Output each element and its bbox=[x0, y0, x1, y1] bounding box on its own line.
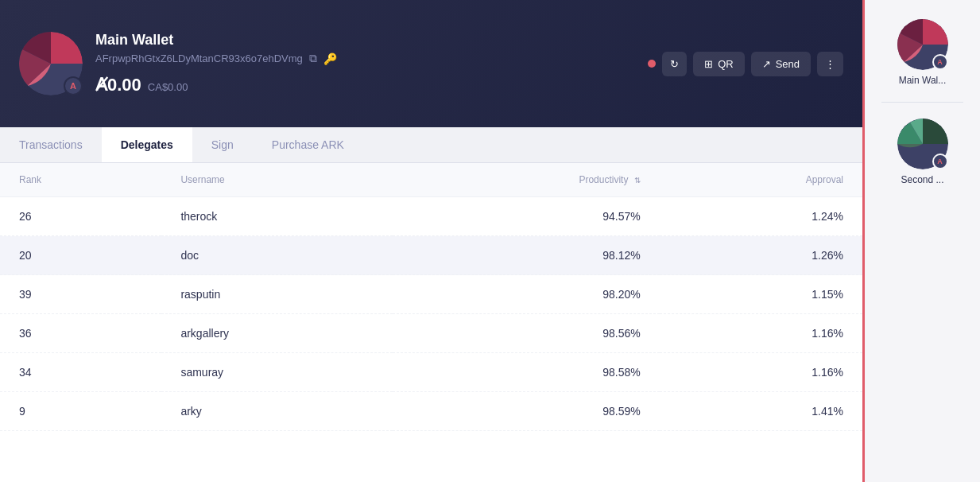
cell-productivity: 98.59% bbox=[393, 392, 659, 431]
cell-username: rasputin bbox=[161, 275, 393, 314]
avatar-badge: A bbox=[64, 76, 83, 95]
col-approval: Approval bbox=[660, 163, 862, 197]
send-icon: ↗ bbox=[762, 58, 771, 70]
send-button[interactable]: ↗ Send bbox=[751, 52, 811, 76]
wallet-avatar: A bbox=[19, 32, 83, 95]
sidebar-badge-main: A bbox=[932, 54, 948, 70]
tab-purchase-ark[interactable]: Purchase ARK bbox=[253, 127, 363, 162]
sidebar-avatar-main: A bbox=[897, 19, 948, 70]
cell-approval: 1.15% bbox=[660, 275, 862, 314]
cell-username: doc bbox=[161, 236, 393, 275]
table-row[interactable]: 26 therock 94.57% 1.24% bbox=[0, 197, 862, 236]
cell-rank: 39 bbox=[0, 275, 161, 314]
cell-rank: 9 bbox=[0, 392, 161, 431]
cell-username: arkgallery bbox=[161, 314, 393, 353]
cell-rank: 20 bbox=[0, 236, 161, 275]
refresh-button[interactable]: ↻ bbox=[662, 52, 687, 76]
tab-sign[interactable]: Sign bbox=[192, 127, 253, 162]
delegates-table: Rank Username Productivity ⇅ Approval 2 bbox=[0, 163, 862, 431]
wallet-name: Main Wallet bbox=[95, 32, 635, 49]
cell-productivity: 98.12% bbox=[393, 236, 659, 275]
cell-productivity: 98.58% bbox=[393, 353, 659, 392]
cell-productivity: 98.56% bbox=[393, 314, 659, 353]
sidebar-avatar-second: A bbox=[897, 119, 948, 169]
sidebar-wallet-second-name: Second ... bbox=[901, 174, 943, 185]
cell-rank: 26 bbox=[0, 197, 161, 236]
wallet-info: Main Wallet AFrpwpRhGtxZ6LDyMtanCR93x6o7… bbox=[95, 32, 635, 95]
cell-approval: 1.41% bbox=[660, 392, 862, 431]
sidebar-badge-second: A bbox=[932, 154, 948, 169]
sidebar-wallet-second[interactable]: A Second ... bbox=[871, 112, 974, 192]
cell-approval: 1.16% bbox=[660, 314, 862, 353]
wallet-header: A Main Wallet AFrpwpRhGtxZ6LDyMtanCR93x6… bbox=[0, 0, 862, 127]
sidebar-wallet-main[interactable]: A Main Wal... bbox=[871, 13, 974, 92]
cell-productivity: 98.20% bbox=[393, 275, 659, 314]
cell-approval: 1.26% bbox=[660, 236, 862, 275]
wallet-balance-fiat: CA$0.00 bbox=[148, 81, 188, 93]
table-row[interactable]: 34 samuray 98.58% 1.16% bbox=[0, 353, 862, 392]
cell-approval: 1.16% bbox=[660, 353, 862, 392]
cell-productivity: 94.57% bbox=[393, 197, 659, 236]
sidebar: A Main Wal... A Second ... bbox=[862, 0, 980, 482]
qr-icon: ⊞ bbox=[704, 58, 713, 70]
wallet-address: AFrpwpRhGtxZ6LDyMtanCR93x6o7ehDVmg ⧉ 🔑 bbox=[95, 52, 635, 65]
col-username: Username bbox=[161, 163, 393, 197]
col-rank: Rank bbox=[0, 163, 161, 197]
tabs-bar: Transactions Delegates Sign Purchase ARK bbox=[0, 127, 862, 163]
more-button[interactable]: ⋮ bbox=[817, 52, 843, 76]
table-header-row: Rank Username Productivity ⇅ Approval bbox=[0, 163, 862, 197]
copy-address-button[interactable]: ⧉ bbox=[309, 52, 317, 65]
wallet-actions: ↻ ⊞ QR ↗ Send ⋮ bbox=[648, 52, 843, 76]
tab-delegates[interactable]: Delegates bbox=[102, 127, 192, 162]
table-row[interactable]: 39 rasputin 98.20% 1.15% bbox=[0, 275, 862, 314]
cell-rank: 34 bbox=[0, 353, 161, 392]
qr-button[interactable]: ⊞ QR bbox=[693, 52, 745, 76]
wallet-balance: Ⱥ0.00 CA$0.00 bbox=[95, 75, 635, 95]
sidebar-wallet-main-name: Main Wal... bbox=[899, 75, 947, 86]
cell-username: samuray bbox=[161, 353, 393, 392]
cell-rank: 36 bbox=[0, 314, 161, 353]
table-row[interactable]: 20 doc 98.12% 1.26% bbox=[0, 236, 862, 275]
status-dot bbox=[648, 60, 656, 68]
col-productivity[interactable]: Productivity ⇅ bbox=[393, 163, 659, 197]
sort-icon: ⇅ bbox=[634, 176, 641, 185]
key-button[interactable]: 🔑 bbox=[323, 52, 337, 65]
cell-approval: 1.24% bbox=[660, 197, 862, 236]
cell-username: arky bbox=[161, 392, 393, 431]
table-row[interactable]: 9 arky 98.59% 1.41% bbox=[0, 392, 862, 431]
cell-username: therock bbox=[161, 197, 393, 236]
sidebar-divider bbox=[881, 102, 963, 103]
tab-transactions[interactable]: Transactions bbox=[0, 127, 102, 162]
table-area: Rank Username Productivity ⇅ Approval 2 bbox=[0, 163, 862, 482]
table-row[interactable]: 36 arkgallery 98.56% 1.16% bbox=[0, 314, 862, 353]
